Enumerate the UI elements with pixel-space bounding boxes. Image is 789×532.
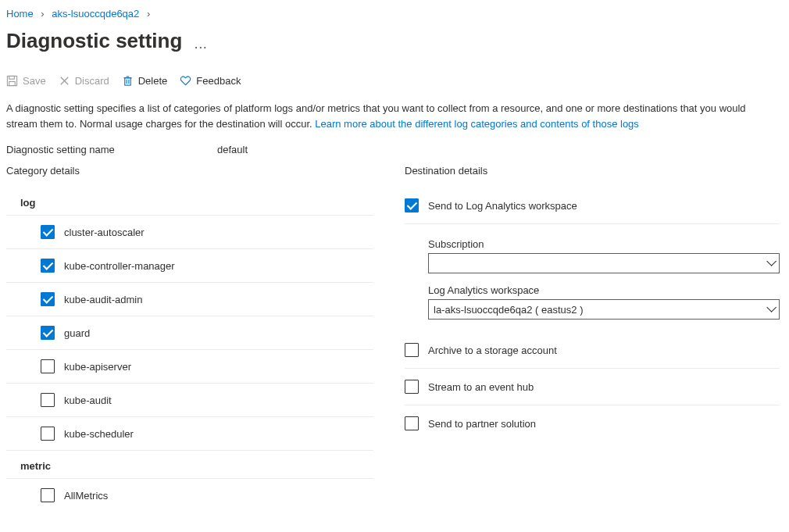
log-label: kube-scheduler: [64, 428, 134, 440]
checkbox-allmetrics[interactable]: [41, 488, 55, 502]
dest-label: Stream to an event hub: [428, 381, 534, 393]
chevron-down-icon: [766, 259, 774, 267]
close-icon: [59, 75, 70, 87]
more-actions-icon[interactable]: ···: [195, 41, 208, 53]
dest-label: Send to Log Analytics workspace: [428, 200, 577, 212]
feedback-button[interactable]: Feedback: [180, 75, 241, 87]
log-row-kube-controller-manager: kube-controller-manager: [6, 249, 373, 283]
subscription-label: Subscription: [428, 238, 780, 250]
toolbar: Save Discard Delete Feedback: [6, 69, 783, 101]
workspace-label: Log Analytics workspace: [428, 284, 780, 296]
workspace-select[interactable]: la-aks-lsuoccqde6qa2 ( eastus2 ): [428, 299, 780, 320]
trash-icon: [122, 75, 134, 87]
dest-label: Archive to a storage account: [428, 345, 557, 356]
log-label: kube-controller-manager: [64, 260, 175, 272]
checkbox-guard[interactable]: [41, 326, 55, 340]
subscription-select[interactable]: [428, 253, 780, 273]
log-label: kube-apiserver: [64, 361, 131, 373]
checkbox-kube-scheduler[interactable]: [41, 427, 55, 441]
setting-name-label: Diagnostic setting name: [6, 144, 217, 155]
checkbox-kube-audit-admin[interactable]: [41, 292, 55, 306]
log-row-kube-audit-admin: kube-audit-admin: [6, 283, 373, 316]
log-row-kube-audit: kube-audit: [6, 384, 373, 417]
checkbox-kube-apiserver[interactable]: [41, 359, 55, 373]
log-label: kube-audit: [64, 395, 112, 406]
save-icon: [6, 75, 18, 87]
metric-group-header: metric: [6, 451, 373, 479]
svg-rect-5: [124, 78, 130, 85]
checkbox-log-analytics[interactable]: [405, 198, 419, 212]
chevron-right-icon: ›: [41, 8, 44, 20]
setting-name-row: Diagnostic setting name default: [6, 144, 783, 155]
checkbox-kube-audit[interactable]: [41, 393, 55, 407]
log-label: kube-audit-admin: [64, 294, 142, 305]
dest-eventhub-row: Stream to an event hub: [405, 369, 780, 405]
workspace-value: la-aks-lsuoccqde6qa2 ( eastus2 ): [434, 304, 584, 316]
checkbox-eventhub[interactable]: [405, 380, 419, 394]
page-title: Diagnostic setting: [6, 29, 182, 53]
checkbox-storage[interactable]: [405, 343, 419, 357]
checkbox-partner[interactable]: [405, 416, 419, 430]
svg-rect-2: [9, 81, 16, 85]
setting-name-value: default: [217, 144, 248, 155]
log-group-header: log: [6, 187, 373, 216]
description-text: A diagnostic setting specifies a list of…: [6, 101, 748, 131]
breadcrumb-home[interactable]: Home: [6, 8, 34, 20]
dest-label: Send to partner solution: [428, 418, 536, 430]
breadcrumb: Home › aks-lsuoccqde6qa2 ›: [6, 6, 783, 26]
destination-details: Destination details Send to Log Analytic…: [405, 165, 780, 512]
log-label: guard: [64, 327, 90, 339]
svg-rect-1: [9, 76, 15, 79]
destination-details-title: Destination details: [405, 165, 780, 177]
dest-log-analytics-row: Send to Log Analytics workspace: [405, 187, 780, 224]
log-analytics-config: Subscription Log Analytics workspace la-…: [405, 224, 780, 324]
learn-more-link[interactable]: Learn more about the different log categ…: [315, 118, 639, 130]
checkbox-cluster-autoscaler[interactable]: [41, 225, 55, 239]
chevron-right-icon: ›: [147, 8, 150, 20]
category-details: Category details log cluster-autoscaler …: [6, 165, 373, 512]
log-label: cluster-autoscaler: [64, 227, 145, 238]
checkbox-kube-controller-manager[interactable]: [41, 259, 55, 273]
discard-button[interactable]: Discard: [59, 75, 109, 87]
log-row-guard: guard: [6, 316, 373, 350]
dest-partner-row: Send to partner solution: [405, 405, 780, 441]
metric-row-allmetrics: AllMetrics: [6, 479, 373, 512]
chevron-down-icon: [766, 305, 774, 313]
log-row-kube-scheduler: kube-scheduler: [6, 417, 373, 451]
save-button[interactable]: Save: [6, 75, 46, 87]
log-row-cluster-autoscaler: cluster-autoscaler: [6, 216, 373, 249]
metric-label: AllMetrics: [64, 490, 108, 502]
log-row-kube-apiserver: kube-apiserver: [6, 350, 373, 384]
heart-icon: [180, 75, 191, 87]
category-details-title: Category details: [6, 165, 373, 177]
breadcrumb-resource[interactable]: aks-lsuoccqde6qa2: [52, 8, 139, 20]
dest-storage-row: Archive to a storage account: [405, 332, 780, 369]
delete-button[interactable]: Delete: [122, 75, 168, 87]
